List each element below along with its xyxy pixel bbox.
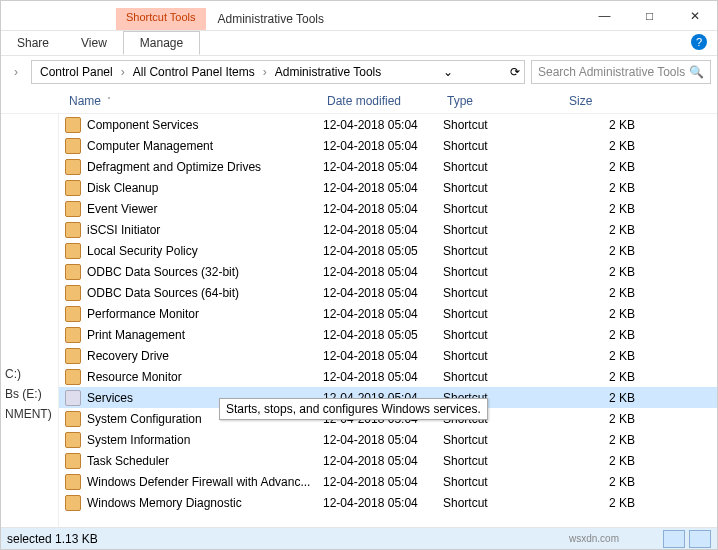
- item-type: Shortcut: [443, 286, 565, 300]
- item-date: 12-04-2018 05:05: [323, 328, 443, 342]
- item-size: 2 KB: [565, 181, 635, 195]
- file-list[interactable]: Component Services12-04-2018 05:04Shortc…: [59, 114, 717, 527]
- breadcrumb-seg-control-panel[interactable]: Control Panel: [36, 63, 117, 81]
- view-icons-button[interactable]: [689, 530, 711, 548]
- window-title: Administrative Tools: [218, 12, 325, 30]
- item-size: 2 KB: [565, 244, 635, 258]
- item-name: System Information: [87, 433, 323, 447]
- item-name: Event Viewer: [87, 202, 323, 216]
- shortcut-icon: [65, 243, 81, 259]
- item-date: 12-04-2018 05:04: [323, 286, 443, 300]
- chevron-right-icon: ›: [261, 65, 269, 79]
- list-item[interactable]: Performance Monitor12-04-2018 05:04Short…: [59, 303, 717, 324]
- list-item[interactable]: Event Viewer12-04-2018 05:04Shortcut2 KB: [59, 198, 717, 219]
- column-date[interactable]: Date modified: [321, 90, 441, 112]
- item-date: 12-04-2018 05:04: [323, 475, 443, 489]
- item-type: Shortcut: [443, 181, 565, 195]
- list-item[interactable]: Disk Cleanup12-04-2018 05:04Shortcut2 KB: [59, 177, 717, 198]
- view-details-button[interactable]: [663, 530, 685, 548]
- address-bar-row: › Control Panel › All Control Panel Item…: [1, 56, 717, 88]
- list-item[interactable]: Print Management12-04-2018 05:05Shortcut…: [59, 324, 717, 345]
- item-size: 2 KB: [565, 160, 635, 174]
- item-type: Shortcut: [443, 139, 565, 153]
- list-item[interactable]: Component Services12-04-2018 05:04Shortc…: [59, 114, 717, 135]
- item-size: 2 KB: [565, 496, 635, 510]
- item-type: Shortcut: [443, 454, 565, 468]
- item-name: Performance Monitor: [87, 307, 323, 321]
- item-date: 12-04-2018 05:04: [323, 265, 443, 279]
- list-item[interactable]: Resource Monitor12-04-2018 05:04Shortcut…: [59, 366, 717, 387]
- search-icon[interactable]: 🔍: [689, 65, 704, 79]
- context-tab-shortcut-tools[interactable]: Shortcut Tools: [116, 8, 206, 30]
- list-item[interactable]: Local Security Policy12-04-2018 05:05Sho…: [59, 240, 717, 261]
- item-size: 2 KB: [565, 412, 635, 426]
- list-item[interactable]: iSCSI Initiator12-04-2018 05:04Shortcut2…: [59, 219, 717, 240]
- shortcut-icon: [65, 159, 81, 175]
- item-date: 12-04-2018 05:04: [323, 349, 443, 363]
- item-type: Shortcut: [443, 160, 565, 174]
- item-size: 2 KB: [565, 202, 635, 216]
- tab-manage[interactable]: Manage: [123, 31, 200, 55]
- item-name: Computer Management: [87, 139, 323, 153]
- item-type: Shortcut: [443, 328, 565, 342]
- watermark: wsxdn.com: [569, 533, 619, 544]
- shortcut-icon: [65, 495, 81, 511]
- item-name: Windows Memory Diagnostic: [87, 496, 323, 510]
- item-size: 2 KB: [565, 307, 635, 321]
- breadcrumb-seg-admin-tools[interactable]: Administrative Tools: [271, 63, 386, 81]
- sort-asc-icon: ˄: [107, 96, 111, 105]
- item-name: ODBC Data Sources (32-bit): [87, 265, 323, 279]
- item-name: Local Security Policy: [87, 244, 323, 258]
- item-date: 12-04-2018 05:04: [323, 496, 443, 510]
- tab-view[interactable]: View: [65, 32, 123, 54]
- item-name: Disk Cleanup: [87, 181, 323, 195]
- list-item[interactable]: ODBC Data Sources (32-bit)12-04-2018 05:…: [59, 261, 717, 282]
- item-size: 2 KB: [565, 391, 635, 405]
- breadcrumb[interactable]: Control Panel › All Control Panel Items …: [31, 60, 525, 84]
- item-size: 2 KB: [565, 370, 635, 384]
- item-size: 2 KB: [565, 286, 635, 300]
- shortcut-icon: [65, 411, 81, 427]
- list-item[interactable]: ODBC Data Sources (64-bit)12-04-2018 05:…: [59, 282, 717, 303]
- item-type: Shortcut: [443, 223, 565, 237]
- chevron-right-icon: ›: [119, 65, 127, 79]
- close-button[interactable]: ✕: [672, 2, 717, 30]
- help-icon[interactable]: ?: [691, 34, 707, 50]
- shortcut-icon: [65, 117, 81, 133]
- breadcrumb-seg-all-items[interactable]: All Control Panel Items: [129, 63, 259, 81]
- list-item[interactable]: Task Scheduler12-04-2018 05:04Shortcut2 …: [59, 450, 717, 471]
- drive-item[interactable]: NMENT): [1, 404, 58, 424]
- list-item[interactable]: System Information12-04-2018 05:04Shortc…: [59, 429, 717, 450]
- item-name: Windows Defender Firewall with Advanc...: [87, 475, 323, 489]
- breadcrumb-dropdown[interactable]: ⌄: [443, 65, 453, 79]
- tab-share[interactable]: Share: [1, 32, 65, 54]
- list-item[interactable]: Computer Management12-04-2018 05:04Short…: [59, 135, 717, 156]
- list-item[interactable]: Defragment and Optimize Drives12-04-2018…: [59, 156, 717, 177]
- shortcut-icon: [65, 390, 81, 406]
- maximize-button[interactable]: □: [627, 2, 672, 30]
- column-size[interactable]: Size: [563, 90, 643, 112]
- title-bar: Shortcut Tools Administrative Tools — □ …: [1, 1, 717, 31]
- column-headers: Name ˄ Date modified Type Size: [1, 88, 717, 114]
- column-name[interactable]: Name ˄: [63, 90, 321, 112]
- column-type[interactable]: Type: [441, 90, 563, 112]
- item-type: Shortcut: [443, 475, 565, 489]
- minimize-button[interactable]: —: [582, 2, 627, 30]
- navigation-pane[interactable]: C:) Bs (E:) NMENT): [1, 114, 59, 527]
- drive-item[interactable]: C:): [1, 364, 58, 384]
- list-item[interactable]: Recovery Drive12-04-2018 05:04Shortcut2 …: [59, 345, 717, 366]
- search-input[interactable]: Search Administrative Tools 🔍: [531, 60, 711, 84]
- shortcut-icon: [65, 138, 81, 154]
- item-type: Shortcut: [443, 244, 565, 258]
- chevron-right-icon[interactable]: ›: [7, 63, 25, 81]
- list-item[interactable]: Windows Defender Firewall with Advanc...…: [59, 471, 717, 492]
- item-name: Recovery Drive: [87, 349, 323, 363]
- list-item[interactable]: Windows Memory Diagnostic12-04-2018 05:0…: [59, 492, 717, 513]
- drive-item[interactable]: Bs (E:): [1, 384, 58, 404]
- item-type: Shortcut: [443, 202, 565, 216]
- item-type: Shortcut: [443, 496, 565, 510]
- refresh-icon[interactable]: ⟳: [510, 65, 520, 79]
- item-size: 2 KB: [565, 454, 635, 468]
- item-date: 12-04-2018 05:05: [323, 244, 443, 258]
- item-name: Defragment and Optimize Drives: [87, 160, 323, 174]
